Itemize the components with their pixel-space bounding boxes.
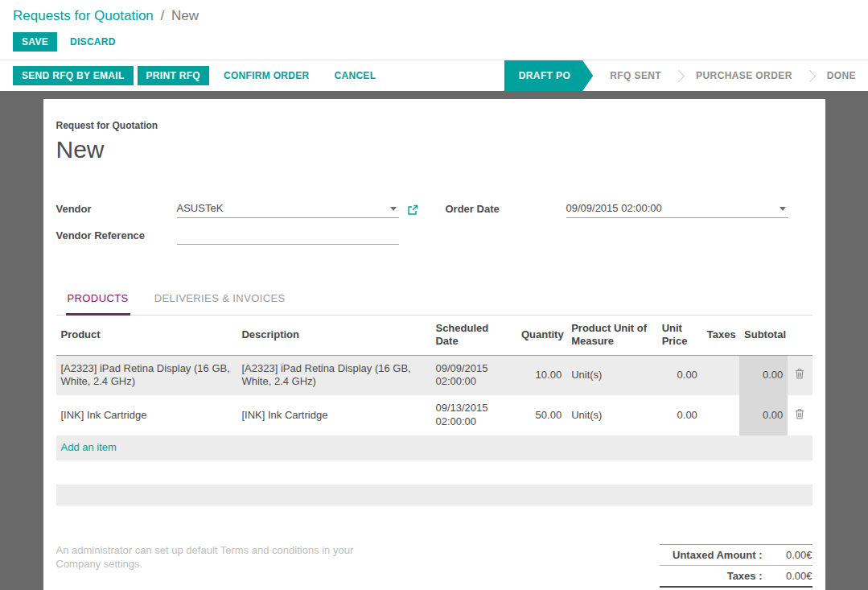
page-title: New: [56, 136, 812, 163]
trash-icon: [795, 408, 804, 419]
form-sheet: Request for Quotation New Vendor ASUSTeK: [43, 99, 825, 590]
main-content-area: Request for Quotation New Vendor ASUSTeK: [0, 91, 868, 590]
col-header-description: Description: [237, 316, 430, 355]
order-date-label: Order Date: [446, 203, 566, 218]
col-header-product: Product: [56, 316, 237, 355]
breadcrumb: Requests for Quotation / New: [0, 0, 868, 27]
col-header-actions: [788, 316, 812, 355]
cell-scheduled-date[interactable]: 09/13/2015 02:00:00: [430, 395, 516, 435]
vendor-reference-input[interactable]: [177, 229, 399, 245]
untaxed-amount-value: 0.00€: [769, 549, 812, 561]
delete-row-button[interactable]: [788, 355, 812, 395]
cell-product[interactable]: [A2323] iPad Retina Display (16 GB, Whit…: [56, 355, 237, 395]
breadcrumb-current: New: [171, 8, 199, 23]
delete-row-button[interactable]: [788, 395, 812, 435]
totals-panel: Untaxed Amount : 0.00€ Taxes : 0.00€ Tot…: [660, 544, 812, 590]
control-panel: Requests for Quotation / New SAVE DISCAR…: [0, 0, 868, 91]
cell-scheduled-date[interactable]: 09/09/2015 02:00:00: [430, 355, 516, 395]
taxes-value: 0.00€: [769, 570, 812, 582]
terms-placeholder: An administrator can set up default Term…: [56, 544, 354, 570]
tab-deliveries-invoices[interactable]: DELIVERIES & INVOICES: [153, 286, 287, 315]
external-link-icon[interactable]: [407, 204, 418, 216]
vendor-input[interactable]: ASUSTeK: [177, 200, 399, 218]
sheet-subtitle: Request for Quotation: [56, 120, 812, 131]
cell-uom[interactable]: Unit(s): [566, 395, 656, 435]
table-header-row: Product Description Scheduled Date Quant…: [56, 316, 812, 355]
col-header-taxes: Taxes: [702, 316, 739, 355]
cell-quantity[interactable]: 10.00: [516, 355, 566, 395]
tab-products[interactable]: PRODUCTS: [66, 286, 130, 316]
chevron-right-icon: [673, 69, 685, 82]
vendor-value: ASUSTeK: [177, 202, 224, 214]
vendor-reference-label: Vendor Reference: [56, 229, 177, 245]
order-date-value: 09/09/2015 02:00:00: [566, 202, 662, 214]
print-rfq-button[interactable]: PRINT RFQ: [138, 66, 209, 85]
action-buttons: SEND RFQ BY EMAIL PRINT RFQ CONFIRM ORDE…: [0, 60, 386, 91]
cell-quantity[interactable]: 50.00: [516, 395, 566, 435]
statusbar: DRAFT PO RFQ SENT PURCHASE ORDER DONE: [504, 60, 868, 91]
cell-taxes[interactable]: [702, 355, 739, 395]
footer-section: An administrator can set up default Term…: [56, 544, 812, 590]
cell-description[interactable]: [A2323] iPad Retina Display (16 GB, Whit…: [237, 355, 430, 395]
table-row: [INK] Ink Cartridge [INK] Ink Cartridge …: [56, 395, 812, 435]
action-toolbar: SEND RFQ BY EMAIL PRINT RFQ CONFIRM ORDE…: [0, 60, 868, 91]
empty-section-strip: [56, 485, 812, 505]
terms-and-conditions-textarea[interactable]: An administrator can set up default Term…: [56, 544, 396, 590]
breadcrumb-parent-link[interactable]: Requests for Quotation: [13, 8, 154, 23]
status-step-purchase-order[interactable]: PURCHASE ORDER: [684, 60, 804, 91]
cell-subtotal: 0.00: [739, 355, 788, 395]
form-fields: Vendor ASUSTeK Vendor Reference: [56, 200, 812, 255]
col-header-scheduled-date: Scheduled Date: [430, 316, 516, 355]
col-header-subtotal: Subtotal: [739, 316, 788, 355]
untaxed-amount-label: Untaxed Amount :: [660, 549, 769, 561]
send-rfq-by-email-button[interactable]: SEND RFQ BY EMAIL: [13, 66, 134, 85]
order-lines-table: Product Description Scheduled Date Quant…: [56, 316, 812, 460]
col-header-uom: Product Unit of Measure: [566, 316, 656, 355]
cell-taxes[interactable]: [702, 395, 739, 435]
table-row: [A2323] iPad Retina Display (16 GB, Whit…: [56, 355, 812, 395]
trash-icon: [795, 368, 804, 379]
order-date-input[interactable]: 09/09/2015 02:00:00: [566, 200, 788, 218]
app-window: Requests for Quotation / New SAVE DISCAR…: [0, 0, 868, 590]
confirm-order-button[interactable]: CONFIRM ORDER: [224, 70, 310, 81]
add-an-item-link[interactable]: Add an item: [61, 441, 117, 453]
col-header-quantity: Quantity: [516, 316, 566, 355]
cancel-button[interactable]: CANCEL: [335, 70, 376, 81]
discard-button[interactable]: DISCARD: [70, 36, 116, 47]
cell-uom[interactable]: Unit(s): [566, 355, 656, 395]
vendor-label: Vendor: [56, 203, 177, 218]
save-button[interactable]: SAVE: [13, 32, 57, 52]
breadcrumb-separator: /: [161, 8, 165, 23]
taxes-row: Taxes : 0.00€: [660, 565, 812, 586]
notebook-tabs: PRODUCTS DELIVERIES & INVOICES: [56, 286, 812, 316]
save-discard-bar: SAVE DISCARD: [0, 27, 868, 60]
cell-product[interactable]: [INK] Ink Cartridge: [56, 395, 237, 435]
dropdown-caret-icon[interactable]: [780, 207, 786, 211]
col-header-unit-price: Unit Price: [657, 316, 702, 355]
status-step-rfq-sent[interactable]: RFQ SENT: [598, 60, 673, 91]
status-step-draft-po[interactable]: DRAFT PO: [504, 60, 594, 91]
cell-subtotal: 0.00: [739, 395, 788, 435]
chevron-right-icon: [803, 69, 816, 82]
untaxed-amount-row: Untaxed Amount : 0.00€: [660, 544, 812, 565]
dropdown-caret-icon[interactable]: [390, 207, 397, 211]
cell-description[interactable]: [INK] Ink Cartridge: [237, 395, 430, 435]
taxes-label: Taxes :: [660, 570, 769, 582]
status-step-done[interactable]: DONE: [815, 60, 868, 91]
cell-unit-price[interactable]: 0.00: [657, 355, 702, 395]
cell-unit-price[interactable]: 0.00: [657, 395, 702, 435]
add-item-row: Add an item: [56, 435, 812, 460]
total-row: Total : 0.00€: [660, 586, 812, 590]
